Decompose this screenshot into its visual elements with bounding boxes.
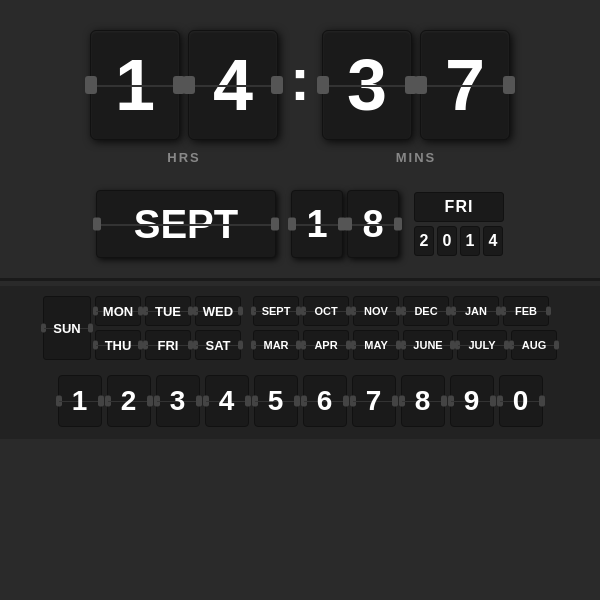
digit-tile-0: 0	[499, 375, 543, 427]
month-tile-mar: MAR	[253, 330, 299, 360]
month-tile-may: MAY	[353, 330, 399, 360]
day-tile-sat: SAT	[195, 330, 241, 360]
digit-row: 1234567890	[58, 375, 543, 427]
digit-tile-1: 1	[58, 375, 102, 427]
minutes-group: 3 7 MINS	[322, 30, 510, 165]
digit-tile-2: 2	[107, 375, 151, 427]
hrs-label: HRS	[167, 150, 200, 165]
divider	[0, 278, 600, 281]
digit-tile-8: 8	[401, 375, 445, 427]
hour-ones-card: 4	[188, 30, 278, 140]
year-row: 2 0 1 4	[414, 226, 504, 256]
minutes-digits: 3 7	[322, 30, 510, 140]
year-d2: 1	[466, 232, 475, 250]
day-tile-tue: TUE	[145, 296, 191, 326]
month-tile-jan: JAN	[453, 296, 499, 326]
year-digit-0: 2	[414, 226, 434, 256]
month-tile-apr: APR	[303, 330, 349, 360]
month-tile-june: JUNE	[403, 330, 453, 360]
digit-tile-7: 7	[352, 375, 396, 427]
day-number-group: 1 8	[291, 190, 399, 258]
month-tile-july: JULY	[457, 330, 507, 360]
day-tile-sun: SUN	[43, 296, 91, 360]
month-tile-feb: FEB	[503, 296, 549, 326]
month-tile-oct: OCT	[303, 296, 349, 326]
hour-tens-card: 1	[90, 30, 180, 140]
min-tens-card: 3	[322, 30, 412, 140]
year-digit-2: 1	[460, 226, 480, 256]
day-name-card: FRI	[414, 192, 504, 222]
day-tens-card: 1	[291, 190, 343, 258]
day-year-block: FRI 2 0 1 4	[414, 192, 504, 256]
number-panel: 1234567890	[0, 370, 600, 439]
month-tile-aug: AUG	[511, 330, 557, 360]
character-panel: SUNMONTUEWEDTHUFRISATSEPTOCTNOVDECJANFEB…	[0, 286, 600, 370]
hours-digits: 1 4	[90, 30, 278, 140]
month-card: SEPT	[96, 190, 276, 258]
day-ones-card: 8	[347, 190, 399, 258]
colon-separator: :	[278, 50, 322, 110]
year-digit-3: 4	[483, 226, 503, 256]
day-name-row: FRI	[414, 192, 504, 222]
month-tile-sept: SEPT	[253, 296, 299, 326]
day-tile-fri: FRI	[145, 330, 191, 360]
year-d1: 0	[443, 232, 452, 250]
day-tile-mon: MON	[95, 296, 141, 326]
month-tile-nov: NOV	[353, 296, 399, 326]
digit-tile-4: 4	[205, 375, 249, 427]
digit-tile-3: 3	[156, 375, 200, 427]
day-tile-thu: THU	[95, 330, 141, 360]
day-name-display: FRI	[445, 198, 474, 216]
mins-label: MINS	[396, 150, 437, 165]
day-tile-wed: WED	[195, 296, 241, 326]
month-tile-dec: DEC	[403, 296, 449, 326]
year-d0: 2	[420, 232, 429, 250]
digit-tile-9: 9	[450, 375, 494, 427]
year-d3: 4	[489, 232, 498, 250]
digit-tile-6: 6	[303, 375, 347, 427]
hours-group: 1 4 HRS	[90, 30, 278, 165]
clock-section: 1 4 HRS : 3 7 MINS	[0, 0, 600, 180]
min-ones-card: 7	[420, 30, 510, 140]
digit-tile-5: 5	[254, 375, 298, 427]
year-digit-1: 0	[437, 226, 457, 256]
date-section: SEPT 1 8 FRI 2 0 1	[0, 180, 600, 273]
